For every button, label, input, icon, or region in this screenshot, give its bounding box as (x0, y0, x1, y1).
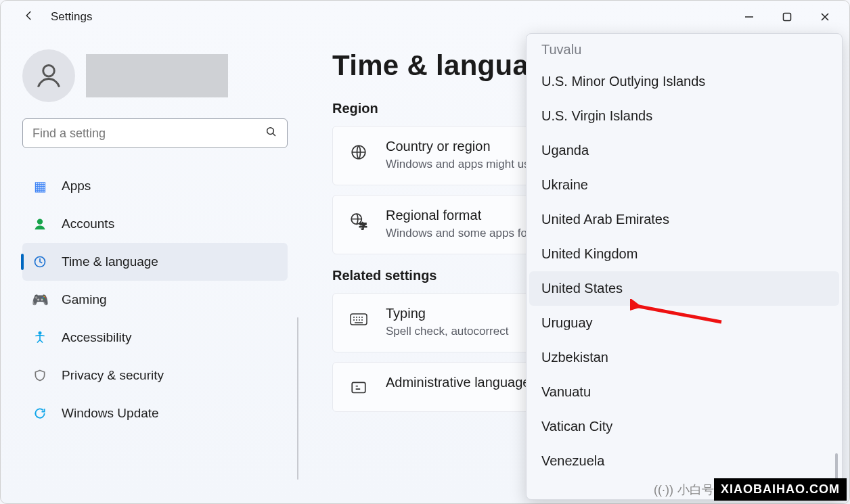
nav-label: Privacy & security (62, 368, 164, 383)
dropdown-item-partial[interactable]: Tuvalu (529, 38, 839, 64)
dropdown-item[interactable]: Uganda (529, 133, 839, 168)
maximize-icon (782, 12, 792, 22)
svg-rect-1 (784, 14, 791, 21)
profile-block[interactable] (22, 49, 288, 102)
dropdown-item[interactable]: Uruguay (529, 306, 839, 340)
dropdown-item[interactable]: United Kingdom (529, 237, 839, 271)
svg-point-3 (267, 128, 274, 135)
minimize-button[interactable] (730, 3, 768, 30)
sidebar: ▦ Apps Accounts Time & language 🎮 (1, 33, 298, 504)
settings-window: Settings (0, 0, 850, 504)
nav-label: Accounts (62, 216, 114, 231)
nav-label: Apps (62, 179, 91, 193)
nav-label: Accessibility (62, 330, 131, 345)
keyboard-icon (348, 308, 370, 330)
dropdown-item[interactable]: United States (529, 271, 839, 306)
watermark-brand-cn: ((·)) 小白号 (654, 482, 714, 498)
search-input[interactable] (22, 118, 288, 148)
search-icon (265, 126, 277, 141)
sidebar-item-apps[interactable]: ▦ Apps (22, 167, 288, 205)
gamepad-icon: 🎮 (32, 292, 48, 308)
nav-label: Windows Update (62, 406, 159, 421)
card-title: Typing (386, 306, 508, 321)
svg-text:字: 字 (359, 222, 367, 230)
arrow-left-icon (23, 9, 35, 25)
sidebar-item-time-language[interactable]: Time & language (22, 243, 288, 281)
close-button[interactable] (806, 3, 844, 30)
nav: ▦ Apps Accounts Time & language 🎮 (22, 167, 288, 432)
person-icon (34, 61, 64, 91)
dropdown-item[interactable]: Vatican City (529, 409, 839, 444)
globe-language-icon: 字 (348, 210, 370, 232)
shield-icon (32, 367, 48, 384)
avatar (22, 49, 75, 102)
card-title: Administrative language (386, 375, 530, 390)
dropdown-item[interactable]: U.S. Minor Outlying Islands (529, 64, 839, 99)
dropdown-item[interactable]: Uzbekistan (529, 340, 839, 375)
accounts-icon (32, 216, 48, 232)
card-subtitle: Spell check, autocorrect (386, 324, 508, 340)
back-button[interactable] (17, 5, 41, 29)
dropdown-item[interactable]: Ukraine (529, 168, 839, 202)
svg-point-6 (39, 332, 41, 334)
update-icon (32, 405, 48, 421)
dropdown-item[interactable]: Vanuatu (529, 375, 839, 409)
app-title: Settings (51, 10, 92, 24)
sidebar-item-accessibility[interactable]: Accessibility (22, 319, 288, 357)
watermark-brand-url: XIAOBAIHAO.COM (714, 478, 847, 501)
nav-label: Gaming (62, 292, 107, 307)
svg-point-2 (43, 65, 55, 76)
sidebar-item-windows-update[interactable]: Windows Update (22, 394, 288, 432)
sidebar-item-accounts[interactable]: Accounts (22, 205, 288, 243)
sidebar-item-gaming[interactable]: 🎮 Gaming (22, 281, 288, 319)
dropdown-item[interactable]: United Arab Emirates (529, 202, 839, 237)
titlebar: Settings (1, 1, 849, 33)
dropdown-item[interactable]: U.S. Virgin Islands (529, 99, 839, 133)
window-controls (730, 3, 844, 30)
svg-rect-11 (352, 382, 365, 392)
globe-icon (348, 141, 370, 163)
nav-label: Time & language (62, 254, 158, 269)
scroll-indicator[interactable] (297, 317, 298, 480)
clock-globe-icon (32, 254, 48, 270)
country-dropdown[interactable]: Tuvalu U.S. Minor Outlying IslandsU.S. V… (526, 33, 843, 500)
svg-point-4 (37, 219, 43, 225)
broadcast-icon: ((·)) (654, 483, 673, 497)
account-name-redacted (86, 54, 228, 97)
search-field[interactable] (32, 127, 265, 141)
close-icon (820, 12, 830, 22)
sidebar-item-privacy-security[interactable]: Privacy & security (22, 357, 288, 394)
language-icon (348, 377, 370, 399)
accessibility-icon (32, 329, 48, 346)
dropdown-item[interactable]: Venezuela (529, 444, 839, 478)
apps-icon: ▦ (32, 178, 48, 194)
maximize-button[interactable] (768, 3, 806, 30)
minimize-icon (744, 12, 754, 22)
